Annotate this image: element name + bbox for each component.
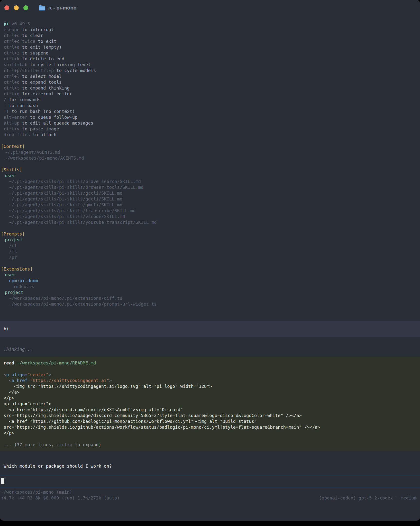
help-action: to run bash: [6, 103, 38, 108]
help-action: to expand tools: [20, 80, 61, 85]
code-line: <a href="https://discord.com/invite/nKXT…: [4, 407, 416, 413]
help-key: alt+up: [4, 121, 20, 126]
help-lines: escape to interruptctrl+c to clearctrl+c…: [0, 27, 420, 138]
help-action: to expand thinking: [20, 85, 70, 91]
code-segment: </a>: [4, 390, 20, 394]
section: [Context]~/.pi/agent/AGENTS.md~/workspac…: [0, 143, 420, 161]
tool-header-line: read ~/workspaces/pi-mono/README.md: [4, 360, 416, 366]
code-segment: "center": [28, 372, 49, 377]
section-row: ~/.pi/agent/skills/pi-skills/brave-searc…: [0, 179, 420, 184]
folder-icon: [39, 5, 45, 10]
truncation-segment: ...: [4, 442, 12, 447]
code-segment: <p align="center">: [4, 401, 51, 406]
section-row: ~/workspaces/pi-mono/.pi/extensions/diff…: [0, 295, 420, 301]
help-line: ctrl+z to suspend: [0, 50, 420, 56]
help-key: ctrl+z: [4, 50, 20, 55]
code-segment: <a href="https://github.com/badlogic/pi-…: [4, 419, 257, 424]
help-key: escape: [4, 27, 20, 32]
code-segment: src="https://img.shields.io/github/actio…: [4, 425, 320, 430]
section-row: ~/workspaces/pi-mono/.pi/extensions/prom…: [0, 301, 420, 307]
help-line: ctrl+g for external editor: [0, 91, 420, 97]
terminal-scrollback: pi v0.49.3 escape to interruptctrl+c to …: [0, 16, 420, 469]
prompt-input[interactable]: [0, 475, 420, 487]
help-key: /: [4, 97, 6, 102]
thinking-indicator: Thinking...: [0, 346, 420, 352]
section-row: /is: [0, 249, 420, 254]
section-title: [Prompts]: [0, 231, 420, 237]
section-row: index.ts: [0, 284, 420, 290]
code-segment: [9, 372, 12, 377]
help-action: to exit: [35, 39, 56, 44]
code-line: src="https://img.shields.io/github/actio…: [4, 424, 416, 430]
section-row: user: [0, 272, 420, 278]
help-key: ctrl+c twice: [4, 39, 35, 44]
truncation-line: ... (37 more lines, ctrl+o to expand): [4, 442, 416, 448]
help-action: to delete to end: [20, 56, 64, 61]
section-row: ~/.pi/agent/skills/pi-skills/gccli/SKILL…: [0, 190, 420, 196]
help-key: ctrl+c: [4, 33, 20, 38]
section-row: npm:pi-doom: [0, 278, 420, 284]
truncation-segment: (37 more lines,: [12, 442, 56, 447]
maximize-button[interactable]: [23, 5, 28, 10]
code-line: <img src="https://shittycodingagent.ai/l…: [4, 384, 416, 389]
section-row: ~/.pi/agent/skills/pi-skills/transcribe/…: [0, 208, 420, 214]
section: [Extensions]usernpm:pi-doomindex.tsproje…: [0, 266, 420, 307]
titlebar: π - pi-mono: [0, 0, 420, 16]
tool-output-code: <p align="center"> <a href="https://shit…: [4, 372, 416, 436]
user-message-block: hi: [0, 321, 420, 337]
help-action: to suspend: [20, 50, 48, 55]
help-key: ctrl+l: [4, 74, 20, 79]
help-line: ctrl+v to paste image: [0, 126, 420, 132]
help-line: alt+up to edit all queued messages: [0, 120, 420, 126]
help-key: ctrl+v: [4, 126, 20, 132]
help-action: to queue follow-up: [28, 115, 78, 120]
terminal-window: π - pi-mono pi v0.49.3 escape to interru…: [0, 0, 420, 521]
section-row: ~/.pi/agent/skills/pi-skills/gdcli/SKILL…: [0, 196, 420, 202]
section-title: [Skills]: [0, 167, 420, 173]
help-action: to paste image: [20, 126, 59, 132]
help-line: drop files to attach: [0, 132, 420, 138]
code-segment: <a href="https://discord.com/invite/nKXT…: [4, 407, 183, 412]
tool-argument: ~/workspaces/pi-mono/README.md: [17, 360, 96, 365]
help-key: !: [4, 103, 6, 108]
help-action: to clear: [20, 33, 43, 38]
section-row: /pr: [0, 254, 420, 260]
help-line: ctrl+p/shift+ctrl+p to cycle models: [0, 68, 420, 73]
code-line: <a href="https://github.com/badlogic/pi-…: [4, 418, 416, 424]
app-version-line: pi v0.49.3: [0, 21, 420, 27]
cwd-status: ~/workspaces/pi-mono (main): [1, 489, 72, 495]
help-line: escape to interrupt: [0, 27, 420, 33]
tool-call-block: read ~/workspaces/pi-mono/README.md <p a…: [0, 357, 420, 451]
close-button[interactable]: [4, 5, 9, 10]
tool-name: read: [4, 360, 14, 365]
model-indicator: (openai-codex) gpt-5.2-codex · medium: [319, 495, 417, 501]
code-line: </a>: [4, 389, 416, 395]
help-line: ctrl+c twice to exit: [0, 39, 420, 44]
help-action: for external editor: [20, 91, 72, 96]
minimize-button[interactable]: [14, 5, 19, 10]
user-message-text: hi: [4, 326, 9, 331]
section-row: /cl: [0, 243, 420, 249]
help-key: drop files: [4, 132, 30, 137]
assistant-message: Which module or package should I work on…: [0, 463, 420, 469]
context-sections: [Context]~/.pi/agent/AGENTS.md~/workspac…: [0, 143, 420, 307]
code-line: <p align="center">: [4, 372, 416, 378]
code-segment: [14, 378, 17, 383]
help-line: ctrl+t to expand thinking: [0, 85, 420, 91]
help-key: ctrl+t: [4, 85, 20, 91]
section-row: ~/.pi/agent/skills/pi-skills/gmcli/SKILL…: [0, 202, 420, 208]
help-line: / for commands: [0, 97, 420, 103]
help-key: alt+enter: [4, 115, 28, 120]
code-segment: align: [12, 372, 25, 377]
status-bar: ~/workspaces/pi-mono (main) ↑4.7k ↓44 R3…: [0, 489, 420, 501]
code-line: <p align="center">: [4, 401, 416, 407]
code-segment: a: [12, 378, 14, 383]
help-line: alt+enter to queue follow-up: [0, 114, 420, 120]
help-key: ctrl+p/shift+ctrl+p: [4, 68, 54, 73]
code-segment: p: [6, 372, 9, 377]
section: [Prompts]project/cl/is/pr: [0, 231, 420, 260]
section-row: project: [0, 290, 420, 295]
text-cursor: [1, 478, 4, 484]
status-row-cwd: ~/workspaces/pi-mono (main): [0, 489, 420, 495]
section: [Skills]user~/.pi/agent/skills/pi-skills…: [0, 167, 420, 225]
